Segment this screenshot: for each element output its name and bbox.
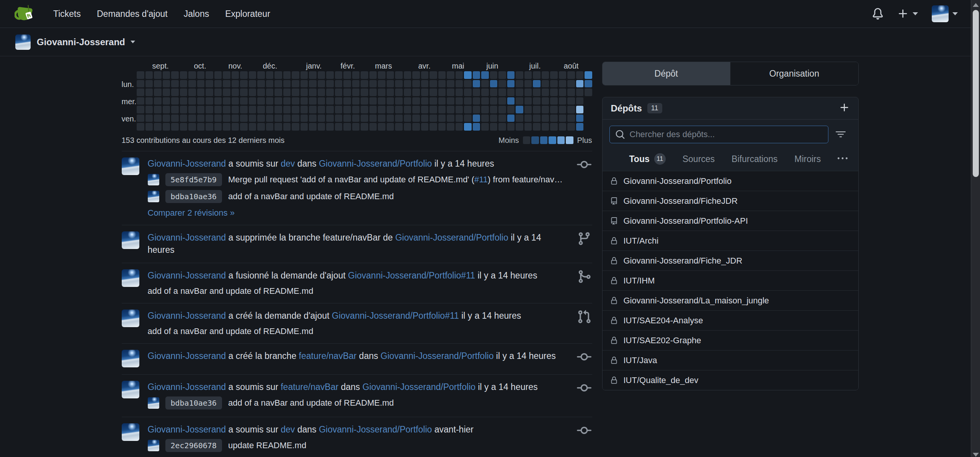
- heatmap-cell: [481, 97, 489, 105]
- user-avatar[interactable]: [122, 157, 139, 175]
- nav-item-jalons[interactable]: Jalons: [176, 0, 217, 28]
- user-avatar[interactable]: [122, 310, 139, 327]
- create-new-button[interactable]: [897, 8, 918, 20]
- gitea-logo[interactable]: [15, 3, 35, 24]
- repo-list-item[interactable]: IUT/Archi: [603, 231, 858, 251]
- repo-name: IUT/SAE202-Graphe: [624, 336, 701, 346]
- feed-entry: Giovanni-Josserand a soumis sur feature/…: [122, 374, 592, 417]
- context-switcher[interactable]: Giovanni-Josserand: [37, 37, 135, 48]
- feed-link[interactable]: dev: [281, 424, 295, 434]
- user-avatar[interactable]: [122, 231, 139, 249]
- commit-hash-badge[interactable]: bdba10ae36: [165, 190, 222, 203]
- compare-revisions-link[interactable]: Comparer 2 révisions »: [148, 208, 235, 218]
- nav-item-explorateur[interactable]: Explorateur: [217, 0, 278, 28]
- repo-list-item[interactable]: IUT/SAE204-Analyse: [603, 310, 858, 330]
- repo-list-item[interactable]: IUT/Qualite_de_dev: [603, 370, 858, 390]
- heatmap-cell: [352, 71, 360, 79]
- feed-text: a soumis sur: [226, 159, 281, 169]
- new-repo-button[interactable]: [839, 102, 850, 114]
- scrollbar-down-arrow[interactable]: [973, 453, 979, 457]
- repo-list-item[interactable]: IUT/Java: [603, 350, 858, 370]
- heatmap-cell: [473, 106, 480, 113]
- heatmap-cell: [559, 123, 567, 131]
- repo-search-input[interactable]: [630, 129, 823, 139]
- feed-link[interactable]: Giovanni-Josserand/Portfolio#11: [332, 311, 459, 321]
- heatmap-cell: [274, 97, 282, 105]
- feed-link[interactable]: Giovanni-Josserand/Portfolio: [381, 351, 493, 361]
- heatmap-month-label: mai: [452, 62, 464, 70]
- feed-link[interactable]: Giovanni-Josserand/Portfolio: [395, 233, 508, 242]
- user-link[interactable]: Giovanni-Josserand: [148, 424, 226, 434]
- commit-hash-badge[interactable]: 5e8fd5e7b9: [165, 173, 222, 186]
- feed-link[interactable]: feature/navBar: [281, 382, 338, 392]
- heatmap-cell: [473, 80, 480, 88]
- repo-list-item[interactable]: Giovanni-Josserand/Fiche_JDR: [603, 251, 858, 270]
- legend-more-label: Plus: [577, 136, 592, 145]
- commit-hash-badge[interactable]: bdba10ae36: [165, 396, 222, 409]
- heatmap-cell: [326, 80, 334, 88]
- scrollbar-thumb[interactable]: [973, 10, 979, 177]
- heatmap-cell: [369, 123, 377, 131]
- repo-list-item[interactable]: Giovanni-Josserand/Portfolio-API: [603, 211, 858, 231]
- tab-d-p-t[interactable]: Dépôt: [603, 62, 730, 85]
- repo-filter-bifurcations[interactable]: Bifurcations: [732, 154, 777, 164]
- repo-filter-button[interactable]: [828, 129, 853, 139]
- user-link[interactable]: Giovanni-Josserand: [148, 351, 226, 361]
- user-link[interactable]: Giovanni-Josserand: [148, 270, 226, 280]
- heatmap-cell: [163, 80, 170, 88]
- user-avatar[interactable]: [122, 381, 139, 398]
- heatmap-cell: [395, 71, 403, 79]
- heatmap-cell: [292, 71, 299, 79]
- user-avatar[interactable]: [122, 423, 139, 441]
- commit-line: 2ec2960678update README.md: [148, 439, 568, 452]
- heatmap-cell: [206, 80, 213, 88]
- feed-link[interactable]: Giovanni-Josserand/Portfolio: [363, 382, 475, 392]
- nav-item-tickets[interactable]: Tickets: [45, 0, 89, 28]
- user-link[interactable]: Giovanni-Josserand: [148, 311, 226, 321]
- heatmap-cell: [438, 71, 446, 79]
- heatmap-cell: [473, 88, 480, 96]
- feed-link[interactable]: Giovanni-Josserand/Portfolio: [319, 424, 432, 434]
- heatmap-cell: [473, 115, 480, 122]
- user-link[interactable]: Giovanni-Josserand: [148, 233, 226, 242]
- scrollbar-up-arrow[interactable]: [973, 3, 979, 7]
- user-avatar[interactable]: [122, 350, 139, 367]
- heatmap-cell: [516, 106, 523, 113]
- user-link[interactable]: Giovanni-Josserand: [148, 159, 226, 169]
- heatmap-cell: [421, 71, 429, 79]
- heatmap-cell: [516, 123, 523, 131]
- feed-text: avant-hier: [432, 424, 474, 434]
- user-link[interactable]: Giovanni-Josserand: [148, 382, 226, 392]
- repo-filter-tous[interactable]: Tous11: [629, 153, 666, 165]
- heatmap-cell: [387, 97, 394, 105]
- heatmap-cell: [292, 88, 299, 96]
- repo-list-item[interactable]: IUT/IHM: [603, 270, 858, 290]
- commit-hash-badge[interactable]: 2ec2960678: [165, 439, 222, 452]
- feed-link[interactable]: #11: [474, 175, 488, 184]
- feed-link[interactable]: dev: [281, 159, 295, 169]
- heatmap-cell: [197, 115, 205, 122]
- bell-icon: [872, 8, 884, 20]
- commit-author-avatar: [148, 440, 159, 451]
- feed-link[interactable]: Giovanni-Josserand/Portfolio#11: [348, 270, 475, 280]
- tab-organisation[interactable]: Organisation: [730, 62, 858, 85]
- repo-list-item[interactable]: Giovanni-Josserand/La_maison_jungle: [603, 290, 858, 310]
- feed-link[interactable]: feature/navBar: [299, 351, 357, 361]
- repo-filter-sources[interactable]: Sources: [683, 154, 715, 164]
- repo-list-item[interactable]: IUT/SAE202-Graphe: [603, 330, 858, 350]
- heatmap-cell: [404, 115, 412, 122]
- feed-entry-content: Giovanni-Josserand a soumis sur dev dans…: [148, 423, 568, 452]
- heatmap-cell: [550, 71, 558, 79]
- user-avatar[interactable]: [122, 269, 139, 287]
- nav-item-demandes-d-ajout[interactable]: Demandes d'ajout: [89, 0, 176, 28]
- notifications-button[interactable]: [872, 8, 884, 20]
- heatmap-cell: [498, 123, 506, 131]
- repo-filter-miroirs[interactable]: Miroirs: [794, 154, 821, 164]
- feed-text: ) from feature/navBar into ...: [488, 175, 567, 184]
- feed-link[interactable]: Giovanni-Josserand/Portfolio: [319, 159, 432, 169]
- user-menu-button[interactable]: [932, 5, 958, 22]
- repo-list-item[interactable]: Giovanni-Josserand/Portfolio: [603, 171, 858, 191]
- repo-list-item[interactable]: Giovanni-Josserand/FicheJDR: [603, 191, 858, 211]
- more-filters-button[interactable]: [838, 154, 848, 165]
- heatmap-cell: [524, 97, 532, 105]
